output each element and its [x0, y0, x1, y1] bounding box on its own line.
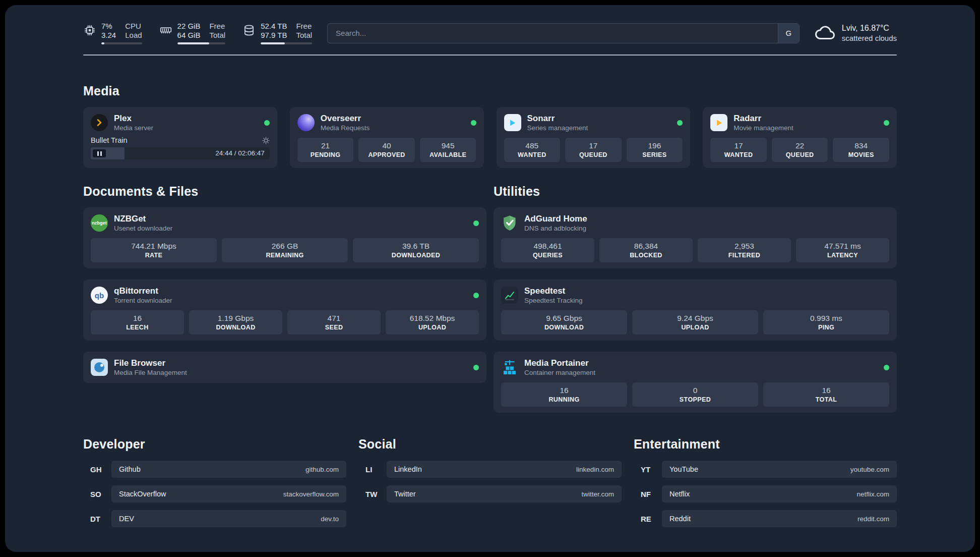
bookmark-name: Reddit [669, 515, 691, 523]
section-title-social: Social [358, 437, 622, 452]
qbittorrent-titles: qBittorrent Torrent downloader [114, 286, 172, 305]
bookmark-link-dev[interactable]: DEV dev.to [111, 510, 346, 527]
stat-value: 17 [567, 141, 620, 150]
bookmark-row-github: GH Github github.com [83, 461, 346, 478]
stat-latency: 47.571 ms LATENCY [796, 238, 889, 262]
stat-stopped: 0 STOPPED [632, 382, 758, 407]
bookmark-abbr: YT [634, 465, 662, 474]
weather-widget[interactable]: Lviv, 16.87°C scattered clouds [815, 23, 897, 44]
filebrowser-card[interactable]: File Browser Media File Management [83, 352, 486, 383]
speedtest-card[interactable]: Speedtest Speedtest Tracking 9.65 Gbps D… [494, 280, 897, 341]
bookmark-link-youtube[interactable]: YouTube youtube.com [662, 461, 897, 478]
bookmark-link-linkedin[interactable]: LinkedIn linkedin.com [387, 461, 622, 478]
bookmark-url: netflix.com [856, 490, 889, 498]
adguard-card[interactable]: AdGuard Home DNS and adblocking 498,461 … [494, 207, 897, 268]
speedtest-stats: 9.65 Gbps DOWNLOAD 9.24 Gbps UPLOAD 0.99… [501, 310, 889, 335]
stat-label: RUNNING [503, 396, 625, 404]
disk-readout: 52.4 TB Free 97.9 TB Total [261, 22, 312, 44]
nzbget-titles: NZBGet Usenet downloader [114, 213, 172, 233]
stat-running: 16 RUNNING [501, 382, 627, 407]
stat-label: PENDING [299, 151, 352, 159]
stat-label: LATENCY [798, 252, 887, 259]
filebrowser-icon [91, 359, 108, 376]
portainer-card[interactable]: Media Portainer Container management 16 … [494, 352, 897, 413]
player-settings-button[interactable] [262, 137, 270, 144]
app-desc: Torrent downloader [114, 296, 172, 305]
stat-available: 945 AVAILABLE [420, 138, 476, 162]
app-desc: Movie management [733, 124, 793, 132]
bookmark-link-twitter[interactable]: Twitter twitter.com [387, 485, 622, 503]
stat-label: RATE [93, 252, 215, 259]
app-name: File Browser [114, 358, 187, 368]
stat-value: 471 [289, 314, 379, 323]
memory-readout: 22 GiB Free 64 GiB Total [177, 22, 226, 44]
stat-seed: 471 SEED [287, 310, 381, 335]
radarr-card[interactable]: Radarr Movie management 17 WANTED 22 QUE… [703, 107, 897, 168]
disk-total: 97.9 TB [261, 31, 287, 40]
bookmark-row-stackoverflow: SO StackOverflow stackoverflow.com [83, 485, 346, 503]
stat-value: 834 [835, 141, 887, 150]
stat-download: 1.19 Gbps DOWNLOAD [189, 310, 282, 335]
bookmark-abbr: NF [634, 490, 662, 498]
bookmark-name: DEV [119, 515, 134, 523]
pause-icon [100, 151, 102, 156]
qbittorrent-card[interactable]: qb qBittorrent Torrent downloader 16 LEE… [83, 280, 486, 341]
stat-value: 498,461 [503, 242, 592, 251]
memory-label-1: Free [209, 22, 225, 31]
bookmark-row-dev: DT DEV dev.to [83, 510, 346, 527]
cpu-progress-track [101, 42, 142, 44]
filebrowser-header: File Browser Media File Management [91, 358, 479, 377]
stat-label: BLOCKED [601, 252, 691, 259]
cpu-progress-fill [101, 42, 104, 44]
stat-value: 17 [712, 141, 765, 150]
stat-label: UPLOAD [634, 324, 756, 331]
dashboard: 7% CPU 3.24 Load [5, 5, 975, 552]
stat-wanted: 485 WANTED [504, 138, 561, 162]
app-desc: Media File Management [114, 368, 187, 377]
sonarr-stats: 485 WANTED 17 QUEUED 196 SERIES [504, 138, 683, 162]
bookmark-link-reddit[interactable]: Reddit reddit.com [662, 510, 897, 527]
memory-progress-track [177, 42, 226, 44]
search-input[interactable] [327, 23, 800, 43]
stat-label: WANTED [712, 151, 765, 159]
status-dot [471, 120, 476, 126]
overseerr-header: Overseerr Media Requests [297, 113, 476, 132]
stat-value: 9.65 Gbps [503, 314, 625, 323]
overseerr-card[interactable]: Overseerr Media Requests 21 PENDING 40 A… [290, 107, 484, 168]
sonarr-card[interactable]: Sonarr Series management 485 WANTED 17 Q… [497, 107, 691, 168]
bookmark-link-stackoverflow[interactable]: StackOverflow stackoverflow.com [111, 485, 346, 503]
stat-label: STOPPED [634, 396, 756, 404]
plex-card[interactable]: Plex Media server Bullet Train [83, 107, 277, 168]
pause-button[interactable] [93, 149, 106, 157]
app-name: Overseerr [321, 113, 370, 124]
bookmark-link-netflix[interactable]: Netflix netflix.com [662, 485, 897, 503]
nzbget-card[interactable]: nzbget NZBGet Usenet downloader 744.21 M… [83, 207, 486, 268]
plex-header: Plex Media server [91, 113, 270, 132]
bookmark-name: StackOverflow [119, 490, 166, 498]
disk-label-1: Free [296, 22, 312, 31]
section-title-utilities: Utilities [494, 184, 897, 199]
app-name: Radarr [733, 113, 793, 124]
topbar-divider [83, 54, 897, 55]
plex-titles: Plex Media server [114, 113, 153, 132]
weather-location: Lviv, 16.87°C [842, 24, 897, 33]
cpu-load: 3.24 [101, 31, 116, 40]
documents-column: Documents & Files nzbget NZBGet Usenet d… [83, 168, 486, 383]
social-bookmarks: Social LI LinkedIn linkedin.com TW Twitt… [358, 413, 622, 535]
stat-label: REMAINING [224, 252, 346, 259]
bookmark-link-github[interactable]: Github github.com [111, 461, 346, 478]
stat-series: 196 SERIES [627, 138, 683, 162]
stat-wanted: 17 WANTED [710, 138, 767, 162]
weather-text: Lviv, 16.87°C scattered clouds [842, 24, 897, 42]
status-dot [884, 120, 889, 126]
plex-icon [91, 114, 108, 131]
memory-icon [159, 24, 172, 37]
nzbget-stats: 744.21 Mbps RATE 266 GB REMAINING 39.6 T… [91, 238, 479, 262]
bookmark-name: Twitter [394, 490, 416, 498]
stat-value: 86,384 [601, 242, 691, 251]
search-engine-button[interactable]: G [778, 24, 799, 43]
portainer-titles: Media Portainer Container management [524, 358, 595, 377]
utilities-column: Utilities AdGuard Home [494, 168, 897, 413]
playback-progress-bar[interactable]: 24:44 / 02:06:47 [91, 147, 270, 159]
stat-label: AVAILABLE [422, 151, 474, 159]
